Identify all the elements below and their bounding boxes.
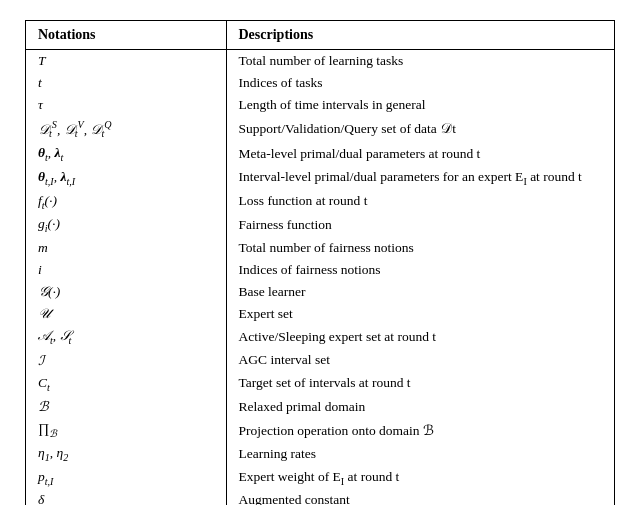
description-cell: Length of time intervals in general [226,94,614,116]
description-cell: Projection operation onto domain ℬ [226,418,614,442]
notation-cell: θt,I, λt,I [26,166,226,190]
table-row: 𝒟tS, 𝒟tV, 𝒟tQSupport/Validation/Query se… [26,116,614,142]
notation-cell: gi(·) [26,213,226,237]
table-row: θt,I, λt,IInterval-level primal/dual par… [26,166,614,190]
description-cell: Indices of fairness notions [226,259,614,281]
description-cell: Learning rates [226,442,614,466]
table-row: η1, η2Learning rates [26,442,614,466]
description-cell: Indices of tasks [226,72,614,94]
notation-cell: Ct [26,372,226,396]
notation-cell: δ [26,489,226,505]
table-row: iIndices of fairness notions [26,259,614,281]
table-row: pt,IExpert weight of EI at round t [26,466,614,490]
description-cell: Total number of learning tasks [226,50,614,73]
description-cell: Loss function at round t [226,190,614,214]
notation-cell: 𝒟tS, 𝒟tV, 𝒟tQ [26,116,226,142]
description-cell: Relaxed primal domain [226,395,614,418]
notation-table-container: Notations Descriptions TTotal number of … [25,20,615,505]
description-cell: Fairness function [226,213,614,237]
description-cell: Augmented constant [226,489,614,505]
table-row: δAugmented constant [26,489,614,505]
table-row: 𝒜t, 𝒮tActive/Sleeping expert set at roun… [26,325,614,349]
description-cell: Interval-level primal/dual parameters fo… [226,166,614,190]
notation-cell: T [26,50,226,73]
table-row: ft(·)Loss function at round t [26,190,614,214]
description-cell: Target set of intervals at round t [226,372,614,396]
description-cell: Meta-level primal/dual parameters at rou… [226,142,614,166]
notation-cell: ℐ [26,349,226,372]
table-row: CtTarget set of intervals at round t [26,372,614,396]
table-row: ∏ℬProjection operation onto domain ℬ [26,418,614,442]
table-row: 𝒢(·)Base learner [26,281,614,303]
notation-cell: τ [26,94,226,116]
notation-cell: η1, η2 [26,442,226,466]
notation-cell: θt, λt [26,142,226,166]
table-header-row: Notations Descriptions [26,21,614,50]
notation-cell: i [26,259,226,281]
description-cell: Support/Validation/Query set of data 𝒟t [226,116,614,142]
description-cell: Active/Sleeping expert set at round t [226,325,614,349]
notation-cell: ℬ [26,395,226,418]
notation-cell: t [26,72,226,94]
table-row: τLength of time intervals in general [26,94,614,116]
table-row: 𝒰Expert set [26,303,614,325]
table-row: ℬRelaxed primal domain [26,395,614,418]
table-row: TTotal number of learning tasks [26,50,614,73]
table-row: gi(·)Fairness function [26,213,614,237]
notation-cell: ft(·) [26,190,226,214]
table-row: θt, λtMeta-level primal/dual parameters … [26,142,614,166]
header-notations: Notations [26,21,226,50]
description-cell: Base learner [226,281,614,303]
notation-table: Notations Descriptions TTotal number of … [26,21,614,505]
notation-cell: pt,I [26,466,226,490]
notation-cell: 𝒰 [26,303,226,325]
notation-cell: 𝒜t, 𝒮t [26,325,226,349]
notation-cell: ∏ℬ [26,418,226,442]
description-cell: AGC interval set [226,349,614,372]
table-row: mTotal number of fairness notions [26,237,614,259]
table-row: tIndices of tasks [26,72,614,94]
header-descriptions: Descriptions [226,21,614,50]
notation-cell: m [26,237,226,259]
description-cell: Expert set [226,303,614,325]
notation-cell: 𝒢(·) [26,281,226,303]
table-row: ℐAGC interval set [26,349,614,372]
description-cell: Expert weight of EI at round t [226,466,614,490]
description-cell: Total number of fairness notions [226,237,614,259]
